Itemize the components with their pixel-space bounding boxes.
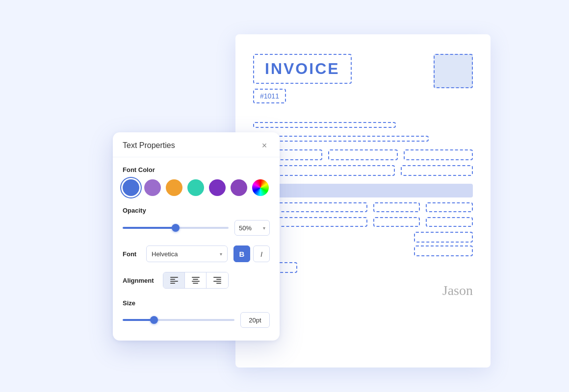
close-icon: × <box>262 141 267 151</box>
align-center-button[interactable] <box>185 272 207 288</box>
signature-area: Jason <box>253 283 473 298</box>
panel-body: Font Color Opacity <box>113 157 280 341</box>
swatch-purple[interactable] <box>144 179 161 196</box>
table-cell-3 <box>426 202 473 212</box>
panel-header: Text Properties × <box>113 132 280 157</box>
align-left-icon <box>170 277 178 284</box>
font-name: Helvetica <box>152 250 178 258</box>
font-section: Font Helvetica ▾ B I <box>123 245 270 262</box>
alignment-section: Alignment <box>123 272 270 289</box>
align-center-icon <box>192 277 200 284</box>
italic-icon: I <box>260 250 262 258</box>
italic-button[interactable]: I <box>253 245 270 262</box>
bold-button[interactable]: B <box>233 245 250 262</box>
solid-bar <box>253 184 473 197</box>
font-color-label: Font Color <box>123 166 270 173</box>
size-row: 20pt <box>123 312 270 328</box>
size-section: Size 20pt <box>123 298 270 328</box>
field-2 <box>328 149 397 160</box>
bold-icon: B <box>239 250 245 258</box>
opacity-track <box>123 227 229 229</box>
invoice-title: INVOICE <box>265 60 340 77</box>
total-row-2 <box>253 245 473 256</box>
opacity-row: 50% ▾ <box>123 220 270 236</box>
color-swatches <box>123 179 270 196</box>
total-box-1 <box>414 232 473 243</box>
swatch-dark-purple[interactable] <box>209 179 226 196</box>
fields-section-1 <box>253 149 473 176</box>
swatch-teal[interactable] <box>187 179 204 196</box>
font-chevron-icon: ▾ <box>220 251 222 257</box>
field-3 <box>404 149 473 160</box>
opacity-input[interactable]: 50% ▾ <box>234 220 270 236</box>
table-cell-2 <box>373 202 420 212</box>
font-label: Font <box>123 250 140 258</box>
size-track <box>123 319 234 321</box>
font-style-buttons: B I <box>233 245 270 262</box>
swatch-violet[interactable] <box>231 179 247 196</box>
swatch-rainbow[interactable] <box>252 179 269 196</box>
font-select[interactable]: Helvetica ▾ <box>146 245 228 262</box>
table-section <box>253 202 473 227</box>
invoice-title-box: INVOICE <box>253 54 352 84</box>
align-left-button[interactable] <box>163 272 185 288</box>
opacity-chevron-icon: ▾ <box>263 225 265 231</box>
align-right-icon <box>213 277 221 284</box>
size-label: Size <box>123 299 135 307</box>
size-input[interactable]: 20pt <box>240 312 270 328</box>
opacity-value: 50% <box>239 224 252 232</box>
opacity-slider[interactable] <box>123 223 229 233</box>
alignment-buttons <box>163 272 229 289</box>
table-cell-5 <box>373 217 420 227</box>
invoice-number: #1011 <box>260 92 279 100</box>
invoice-header: INVOICE #1011 <box>253 54 473 113</box>
opacity-label: Opacity <box>123 207 270 214</box>
scene: INVOICE #1011 <box>64 20 505 372</box>
size-slider[interactable] <box>123 315 234 325</box>
opacity-section: Opacity 50% ▾ <box>123 207 270 236</box>
table-cell-6 <box>426 217 473 227</box>
total-row <box>253 232 473 243</box>
invoice-logo-placeholder <box>434 54 473 88</box>
swatch-orange[interactable] <box>166 179 182 196</box>
dashed-line-1 <box>253 122 396 128</box>
total-box-2 <box>414 245 473 256</box>
opacity-thumb[interactable] <box>172 224 180 232</box>
panel-title: Text Properties <box>123 141 175 150</box>
invoice-number-box: #1011 <box>253 89 286 103</box>
size-thumb[interactable] <box>150 316 158 324</box>
field-5 <box>401 165 473 176</box>
close-button[interactable]: × <box>259 140 270 151</box>
signature: Jason <box>442 283 473 298</box>
size-value: 20pt <box>249 317 261 324</box>
align-right-button[interactable] <box>207 272 228 288</box>
swatch-blue[interactable] <box>123 179 139 196</box>
text-properties-panel: Text Properties × Font Color Opacity <box>113 132 280 341</box>
alignment-label: Alignment <box>123 277 157 284</box>
